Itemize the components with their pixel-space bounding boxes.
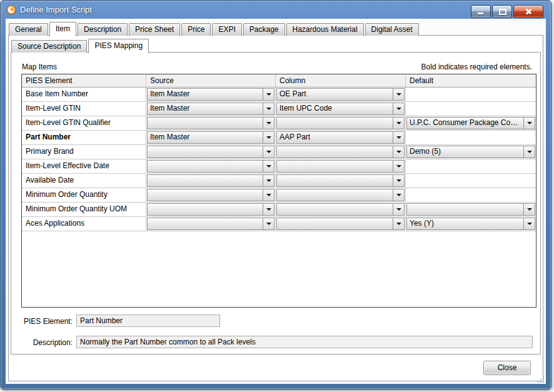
default-combo-value: Yes (Y) xyxy=(407,218,523,229)
chevron-down-icon[interactable] xyxy=(393,146,404,158)
tab-package[interactable]: Package xyxy=(243,23,285,36)
pies-element-name: Item-Level GTIN Qualifier xyxy=(22,116,146,129)
close-window-button[interactable] xyxy=(513,5,543,18)
source-combo[interactable] xyxy=(147,189,274,201)
source-combo[interactable]: Item Master xyxy=(147,103,274,115)
chevron-down-icon[interactable] xyxy=(393,89,404,100)
pies-element-name: Available Date xyxy=(22,174,146,187)
source-combo[interactable] xyxy=(147,160,274,173)
chevron-down-glyph xyxy=(266,208,271,211)
default-combo[interactable]: U.P.C. Consumer Package Code (1-... xyxy=(406,117,535,129)
default-combo[interactable] xyxy=(406,203,535,216)
source-cell: Item Master xyxy=(146,131,276,144)
chevron-down-icon[interactable] xyxy=(393,218,404,229)
chevron-down-icon[interactable] xyxy=(393,175,404,186)
default-combo[interactable]: Demo (5) xyxy=(406,146,535,158)
pies-element-name: Minimum Order Quantity UOM xyxy=(22,203,146,216)
chevron-down-icon[interactable] xyxy=(263,204,274,215)
column-combo[interactable] xyxy=(276,189,405,201)
pies-element-cell: Minimum Order Quantity UOM xyxy=(22,203,146,216)
column-combo[interactable] xyxy=(276,203,405,216)
chevron-down-glyph xyxy=(266,136,271,139)
chevron-down-icon[interactable] xyxy=(263,175,274,186)
source-combo[interactable] xyxy=(147,203,274,216)
chevron-down-icon[interactable] xyxy=(393,161,404,172)
pies-element-cell: Part Number xyxy=(22,131,146,144)
dialog-client-area: GeneralItemDescriptionPrice SheetPriceEX… xyxy=(6,19,546,384)
pies-element-cell: Item-Level GTIN Qualifier xyxy=(22,116,146,130)
chevron-down-glyph xyxy=(266,194,271,196)
source-combo[interactable] xyxy=(147,174,274,187)
resize-grip[interactable] xyxy=(536,374,545,383)
default-combo-value: Demo (5) xyxy=(407,146,523,158)
chevron-down-glyph xyxy=(396,208,401,211)
source-combo[interactable]: Item Master xyxy=(147,131,274,144)
pies-element-name: Minimum Order Quantity xyxy=(22,188,146,201)
close-button[interactable]: Close xyxy=(483,361,531,375)
chevron-down-icon[interactable] xyxy=(393,189,404,201)
chevron-down-icon[interactable] xyxy=(263,161,274,172)
column-combo-value xyxy=(277,146,393,158)
default-cell xyxy=(406,174,536,188)
column-combo[interactable] xyxy=(276,174,405,187)
chevron-down-icon[interactable] xyxy=(393,204,404,215)
tab-price-sheet[interactable]: Price Sheet xyxy=(129,23,180,36)
chevron-down-icon[interactable] xyxy=(263,89,274,100)
pies-element-field[interactable]: Part Number xyxy=(76,314,220,327)
source-combo[interactable] xyxy=(147,146,274,158)
column-combo[interactable]: OE Part xyxy=(276,88,405,101)
source-cell: Item Master xyxy=(146,102,276,116)
chevron-down-glyph xyxy=(396,136,401,139)
source-cell xyxy=(146,159,276,173)
source-cell xyxy=(146,116,276,130)
chevron-down-icon[interactable] xyxy=(263,103,274,114)
chevron-down-glyph xyxy=(396,151,401,153)
tab-description[interactable]: Description xyxy=(78,23,128,36)
chevron-down-icon[interactable] xyxy=(523,218,535,229)
sub-tab-strip: Source DescriptionPIES Mapping xyxy=(11,38,150,53)
maximize-button[interactable] xyxy=(492,5,512,18)
chevron-down-icon[interactable] xyxy=(393,132,404,143)
description-field-label: Description: xyxy=(16,338,73,347)
source-combo[interactable] xyxy=(147,117,274,129)
chevron-down-icon[interactable] xyxy=(263,132,274,143)
minimize-button[interactable] xyxy=(471,5,491,18)
chevron-down-icon[interactable] xyxy=(263,218,274,229)
column-combo[interactable] xyxy=(276,218,405,230)
subtab-pies-mapping[interactable]: PIES Mapping xyxy=(88,39,149,53)
chevron-down-icon[interactable] xyxy=(523,204,535,215)
chevron-down-icon[interactable] xyxy=(393,103,404,114)
tab-expi[interactable]: EXPI xyxy=(212,23,241,36)
column-combo[interactable] xyxy=(276,146,405,158)
column-combo-value xyxy=(277,204,393,215)
tab-hazardous-material[interactable]: Hazardous Material xyxy=(286,23,364,36)
chevron-down-icon[interactable] xyxy=(263,146,274,158)
chevron-down-icon[interactable] xyxy=(523,146,535,158)
column-cell: AAP Part xyxy=(276,131,406,144)
column-header-column: Column xyxy=(276,74,406,87)
minimize-icon xyxy=(478,13,483,14)
chevron-down-icon[interactable] xyxy=(263,118,274,129)
description-field[interactable]: Normally the Part Number common to all P… xyxy=(76,336,533,348)
titlebar[interactable]: Define Import Script xyxy=(1,1,551,19)
column-combo[interactable] xyxy=(276,117,405,129)
column-combo[interactable]: AAP Part xyxy=(276,131,405,144)
chevron-down-icon[interactable] xyxy=(263,189,274,201)
pies-element-cell: Primary Brand xyxy=(22,145,146,159)
chevron-down-icon[interactable] xyxy=(523,118,535,129)
tab-item[interactable]: Item xyxy=(49,22,76,36)
tab-general[interactable]: General xyxy=(9,23,48,36)
column-combo[interactable]: Item UPC Code xyxy=(276,103,405,115)
column-combo[interactable] xyxy=(276,160,405,173)
table-row: Minimum Order Quantity xyxy=(22,188,536,203)
item-tab-page: Source DescriptionPIES Mapping Map Items… xyxy=(8,35,543,381)
tab-digital-asset[interactable]: Digital Asset xyxy=(365,23,419,36)
table-row: Aces ApplicationsYes (Y) xyxy=(22,217,536,231)
default-combo[interactable]: Yes (Y) xyxy=(406,218,535,230)
chevron-down-icon[interactable] xyxy=(393,118,404,129)
required-elements-note: Bold indicates required elements. xyxy=(421,63,532,71)
source-combo[interactable] xyxy=(147,218,274,230)
tab-price[interactable]: Price xyxy=(181,23,211,36)
subtab-source-description[interactable]: Source Description xyxy=(11,40,87,53)
source-combo[interactable]: Item Master xyxy=(147,88,274,101)
